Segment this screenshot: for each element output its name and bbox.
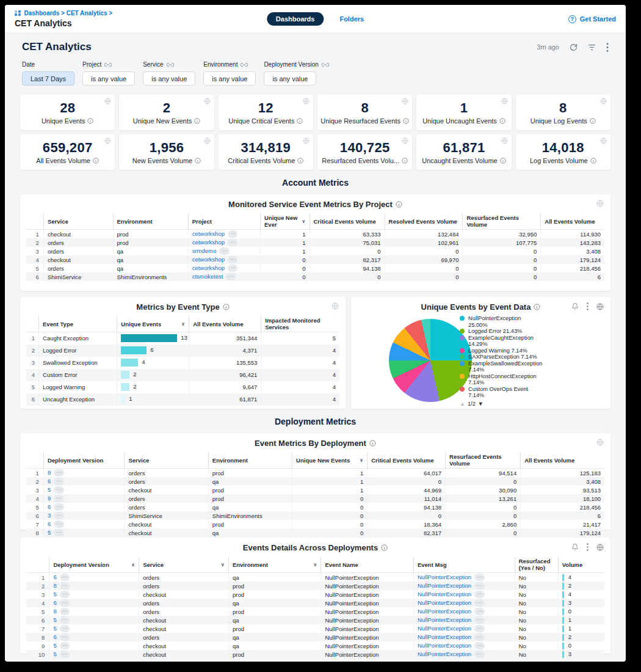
column-header[interactable]: All Events Volume [521, 452, 604, 469]
ellipsis-pill[interactable]: ⋯ [474, 616, 485, 624]
column-header[interactable]: Resolved Events Volume [385, 213, 463, 230]
cell-link[interactable]: NullPointerException [418, 642, 471, 649]
filter-value-environment[interactable]: is any value [203, 71, 256, 86]
column-header[interactable]: Event Type [39, 316, 117, 332]
ellipsis-pill[interactable]: ⋯ [474, 651, 485, 658]
legend-item[interactable]: HttpHostConnectException7.14% [460, 373, 604, 386]
column-header[interactable]: Environment [208, 452, 292, 469]
ellipsis-pill[interactable]: ⋯ [60, 642, 70, 649]
globe-icon[interactable] [596, 303, 604, 310]
ellipsis-pill[interactable]: ⋯ [474, 634, 485, 641]
legend-item[interactable]: ExampleCaughtException14.29% [460, 335, 604, 348]
cell-link[interactable]: cetworkshop [192, 265, 225, 271]
info-icon[interactable] [396, 201, 402, 208]
cell-link[interactable]: 5 [53, 616, 56, 623]
cell-link[interactable]: 6 [53, 599, 56, 606]
ellipsis-pill[interactable]: ⋯ [60, 608, 70, 615]
info-icon[interactable] [402, 158, 408, 164]
kebab-menu-icon[interactable] [606, 43, 609, 52]
cell-link[interactable]: 8 [48, 469, 51, 476]
cell-link[interactable]: 5 [53, 591, 56, 597]
info-icon[interactable] [297, 158, 303, 164]
ellipsis-pill[interactable]: ⋯ [228, 265, 238, 272]
ellipsis-pill[interactable]: ⋯ [60, 574, 70, 581]
info-icon[interactable] [590, 158, 596, 164]
ellipsis-pill[interactable]: ⋯ [54, 503, 64, 511]
ellipsis-pill[interactable]: ⋯ [60, 651, 70, 658]
column-header[interactable]: Critical Events Volume [368, 452, 446, 469]
info-icon[interactable] [93, 158, 99, 164]
info-icon[interactable] [499, 118, 505, 124]
column-header[interactable]: Environment∨ [228, 557, 321, 573]
ellipsis-pill[interactable]: ⋯ [60, 625, 70, 632]
refresh-icon[interactable] [570, 43, 578, 51]
column-header[interactable]: Service [43, 213, 113, 230]
globe-icon[interactable] [402, 98, 408, 104]
column-header[interactable]: All Events Volume [189, 316, 261, 332]
cell-link[interactable]: 8 [53, 582, 56, 589]
column-header[interactable]: Resurfaced (Yes / No) [515, 557, 558, 573]
column-header[interactable]: Critical Events Volume [310, 213, 385, 230]
cell-link[interactable]: 9 [48, 495, 51, 502]
cell-link[interactable]: cetworkshop [192, 230, 225, 237]
get-started-link[interactable]: ? Get Started [568, 15, 616, 23]
legend-item[interactable]: Custom OverOps Event7.14% [460, 386, 604, 399]
cell-link[interactable]: 5 [53, 625, 56, 632]
column-header[interactable]: Unique Events∨ [117, 316, 189, 332]
cell-link[interactable]: 6 [53, 634, 56, 640]
cell-link[interactable]: NullPointerException [418, 599, 471, 606]
cell-link[interactable]: NullPointerException [418, 625, 471, 632]
column-header[interactable]: Impacted Monitored Services [261, 316, 339, 332]
cell-link[interactable]: 5 [48, 486, 51, 493]
cell-link[interactable]: 5 [53, 651, 56, 657]
column-header[interactable]: All Events Volume [541, 213, 604, 230]
legend-item[interactable]: ExampleSwallowedException7.14% [460, 360, 604, 373]
ellipsis-pill[interactable]: ⋯ [474, 625, 485, 632]
ellipsis-pill[interactable]: ⋯ [54, 520, 64, 528]
info-icon[interactable] [534, 304, 540, 310]
filter-value-project[interactable]: is any value [82, 71, 135, 86]
kebab-menu-icon[interactable] [587, 302, 588, 310]
info-icon[interactable] [195, 158, 201, 164]
globe-icon[interactable] [331, 302, 339, 310]
kebab-menu-icon[interactable] [587, 543, 588, 551]
breadcrumb-text[interactable]: Dashboards > CET Analytics > [24, 10, 113, 16]
column-header[interactable]: Deployment Version∧ [49, 557, 139, 573]
ellipsis-pill[interactable]: ⋯ [60, 591, 70, 598]
globe-icon[interactable] [596, 439, 604, 446]
globe-icon[interactable] [303, 98, 310, 104]
globe-icon[interactable] [104, 137, 111, 144]
cell-link[interactable]: 5 [53, 642, 56, 649]
column-header[interactable]: Volume [558, 557, 604, 573]
filter-value-service[interactable]: is any value [143, 71, 195, 86]
filter-value-date[interactable]: Last 7 Days [22, 71, 74, 86]
cell-link[interactable]: NullPointerException [418, 591, 471, 597]
ellipsis-pill[interactable]: ⋯ [219, 247, 230, 255]
column-header[interactable]: Event Msg [413, 557, 515, 573]
filter-icon[interactable] [588, 44, 596, 51]
info-icon[interactable] [194, 118, 200, 124]
ellipsis-pill[interactable]: ⋯ [60, 616, 70, 624]
info-icon[interactable] [223, 304, 230, 310]
ellipsis-pill[interactable]: ⋯ [60, 599, 70, 607]
globe-icon[interactable] [104, 98, 111, 104]
breadcrumb[interactable]: Dashboards > CET Analytics > [15, 10, 112, 16]
column-header[interactable]: Environment [113, 213, 188, 230]
globe-icon[interactable] [501, 98, 508, 104]
ellipsis-pill[interactable]: ⋯ [54, 495, 64, 502]
cell-link[interactable]: NullPointerException [418, 651, 471, 657]
bell-icon[interactable] [571, 302, 579, 310]
column-header[interactable]: Unique New Events∨ [292, 452, 368, 469]
ellipsis-pill[interactable]: ⋯ [228, 239, 238, 246]
ellipsis-pill[interactable]: ⋯ [474, 642, 485, 649]
ellipsis-pill[interactable]: ⋯ [226, 273, 236, 280]
tab-dashboards[interactable]: Dashboards [267, 12, 324, 26]
globe-icon[interactable] [600, 98, 607, 104]
ellipsis-pill[interactable]: ⋯ [228, 230, 238, 238]
info-icon[interactable] [87, 118, 93, 124]
cell-link[interactable]: NullPointerException [418, 574, 471, 580]
cell-link[interactable]: 6 [48, 503, 51, 510]
cell-link[interactable]: NullPointerException [418, 616, 471, 623]
globe-icon[interactable] [600, 137, 607, 144]
cell-link[interactable]: ctsmoketest [192, 273, 223, 280]
